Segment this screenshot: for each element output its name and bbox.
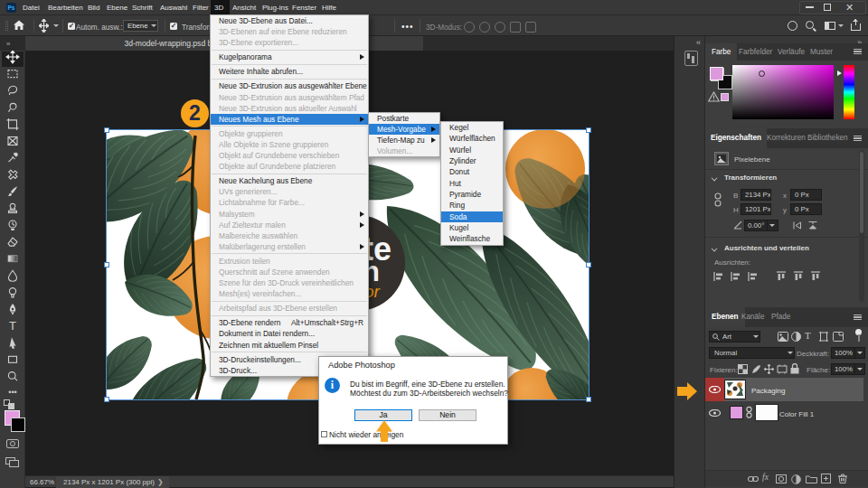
svg-text:T: T — [9, 319, 16, 333]
svg-text:•••: ••• — [8, 388, 16, 397]
